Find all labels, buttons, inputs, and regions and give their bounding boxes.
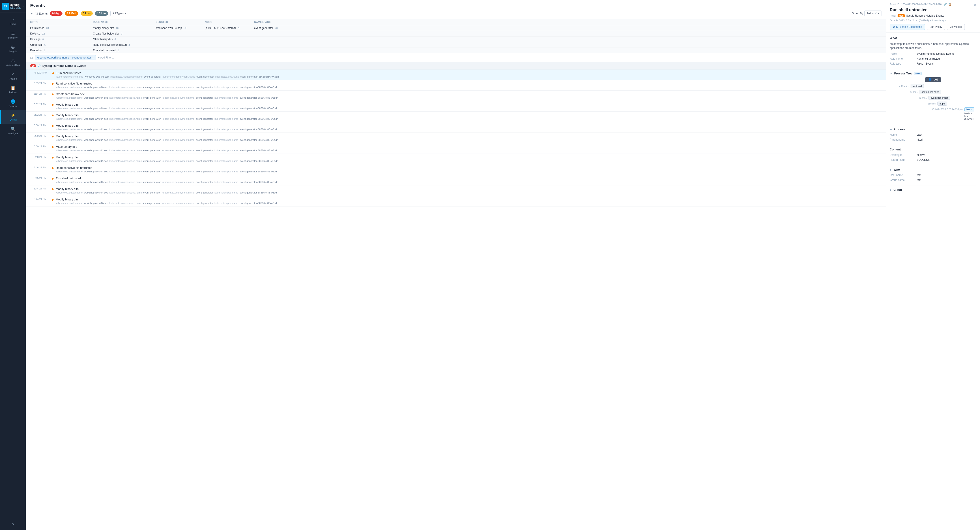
- node-time: - 43 mi...: [905, 91, 918, 93]
- section-divider: [890, 185, 977, 185]
- sidebar-item-insights[interactable]: ◎ Insights: [0, 42, 26, 55]
- process-section-header[interactable]: ▶ Process: [890, 128, 977, 131]
- process-tree-level1: - 43 mi... systemd - 43 mi... containerd…: [892, 84, 974, 121]
- high-badge[interactable]: 0 High: [50, 11, 63, 16]
- list-item[interactable]: 6:52:24 PM Modify binary dirs kubernetes…: [26, 112, 886, 122]
- filter-icon: ⊟: [30, 56, 33, 59]
- sidebar-item-events[interactable]: ⚡ Events: [0, 110, 26, 124]
- sidebar-item-label: Events: [10, 118, 17, 121]
- copy-icon[interactable]: 📋: [948, 3, 951, 6]
- event-list: 29 ⬡ Sysdig Runtime Notable Events 6:59:…: [26, 62, 886, 530]
- detail-header: Event ID: 178af611868826e0ef4a23be5bfb37…: [886, 0, 980, 33]
- field-event-type-value: execve: [916, 153, 977, 156]
- list-item[interactable]: 6:59:24 PM Read sensitive file untrusted…: [26, 80, 886, 91]
- event-name: Run shell untrusted: [56, 177, 881, 180]
- list-item[interactable]: 6:50:24 PM Modify binary dirs kubernetes…: [26, 133, 886, 143]
- process-tree-title: Process Tree: [894, 72, 912, 75]
- close-detail-button[interactable]: ✕: [973, 3, 977, 8]
- rule-count: 16: [116, 27, 118, 29]
- list-item[interactable]: 6:54:24 PM Create files below dev kubern…: [26, 91, 886, 101]
- collapse-sidebar-button[interactable]: ‹‹: [10, 520, 16, 528]
- event-content: Modify binary dirs kubernetes.cluster.na…: [56, 124, 881, 131]
- event-meta: kubernetes.cluster.name workshop-aws-04-…: [56, 160, 881, 162]
- sidebar-item-vulnerabilities[interactable]: ⚠ Vulnerabilities: [0, 55, 26, 69]
- list-item[interactable]: 6:44:24 PM Modify binary dirs kubernetes…: [26, 196, 886, 206]
- list-item[interactable]: 6:46:24 PM Read sensitive file untrusted…: [26, 164, 886, 175]
- low-badge[interactable]: 0 Low: [81, 11, 93, 16]
- events-icon: ⚡: [11, 113, 16, 118]
- sidebar-item-policies[interactable]: 📋 Policies: [0, 83, 26, 96]
- detail-panel: Event ID: 178af611868826e0ef4a23be5bfb37…: [886, 0, 980, 530]
- sidebar-item-posture[interactable]: ✓ Posture: [0, 69, 26, 83]
- events-header: Events ▼ 43 Events 0 High 28 Med 0 Low 1…: [26, 0, 886, 19]
- event-content: Run shell untrusted kubernetes.cluster.n…: [56, 177, 881, 184]
- filter-bar: ⊟ kubernetes.workload.name = event-gener…: [26, 53, 886, 62]
- event-time: 6:52:24 PM: [34, 113, 49, 116]
- list-item[interactable]: 6:50:24 PM Mkdir binary dirs kubernetes.…: [26, 143, 886, 154]
- policies-icon: 📋: [11, 85, 16, 90]
- info-badge[interactable]: 15 Info: [95, 11, 108, 16]
- section-divider: [890, 165, 977, 165]
- chevron-right-icon: ▶: [890, 128, 892, 131]
- event-time: 6:52:24 PM: [34, 103, 49, 105]
- collapse-toggle[interactable]: ▼: [30, 12, 33, 15]
- what-section: What an attempt to spawn a shell below a…: [890, 36, 977, 65]
- rule-name: Modify binary dirs: [93, 26, 114, 30]
- sidebar-bottom: ‹‹: [8, 518, 18, 530]
- severity-dot: [52, 136, 54, 137]
- table-row[interactable]: Privilege6 Mkdir binary dirs3: [26, 37, 886, 42]
- view-rule-button[interactable]: View Rule: [947, 24, 965, 30]
- who-section-header[interactable]: ▶ Who: [890, 168, 977, 171]
- field-rule-type-value: Falco - Syscall: [916, 62, 977, 65]
- list-item[interactable]: 6:59:24 PM Run shell untrusted kubernete…: [26, 70, 886, 80]
- cloud-section-header[interactable]: ▶ Cloud: [890, 188, 977, 192]
- edit-policy-button[interactable]: Edit Policy: [927, 24, 945, 30]
- severity-dot: [52, 125, 54, 127]
- remove-filter-icon[interactable]: ✕: [92, 56, 94, 59]
- clear-group-icon[interactable]: ✕: [875, 12, 877, 15]
- group-by-label: Group By: [852, 12, 863, 15]
- sidebar-item-home[interactable]: ⌂ Home: [0, 14, 26, 28]
- copy-link-icon[interactable]: 🔗: [944, 3, 947, 6]
- expand-sidebar-button[interactable]: ›: [22, 4, 24, 8]
- table-row[interactable]: Execution3 Run shell untrusted3: [26, 48, 886, 53]
- med-badge[interactable]: 28 Med: [65, 11, 78, 16]
- process-tree-level3: - 43 mi... event-generator -135 ms httpd: [905, 96, 974, 120]
- event-time: 6:54:24 PM: [34, 93, 49, 95]
- process-tree-section: ▼ Process Tree NEW 👤 root - 43 mi... sys…: [890, 72, 977, 121]
- group-by-select[interactable]: Policy ✕ ▾: [864, 11, 881, 16]
- table-row[interactable]: Persistence28 Modify binary dirs16 works…: [26, 26, 886, 31]
- add-filter-button[interactable]: + Add Filter...: [98, 56, 113, 59]
- list-item[interactable]: 6:52:24 PM Modify binary dirs kubernetes…: [26, 101, 886, 112]
- event-meta: kubernetes.cluster.name workshop-aws-04-…: [56, 75, 881, 78]
- home-icon: ⌂: [12, 17, 14, 22]
- what-section-header[interactable]: What: [890, 36, 977, 40]
- sidebar-item-inventory[interactable]: ☰ Inventory: [0, 28, 26, 42]
- table-row[interactable]: Defense22 Create files below dev3: [26, 31, 886, 37]
- list-item[interactable]: 6:44:24 PM Modify binary dirs kubernetes…: [26, 185, 886, 196]
- list-item[interactable]: 6:50:24 PM Modify binary dirs kubernetes…: [26, 122, 886, 133]
- what-description: an attempt to spawn a shell below a non-…: [890, 42, 977, 50]
- sysdig-icon: ⬡: [38, 64, 41, 67]
- list-item[interactable]: 6:48:24 PM Modify binary dirs kubernetes…: [26, 154, 886, 164]
- list-item[interactable]: 6:45:24 PM Run shell untrusted kubernete…: [26, 175, 886, 185]
- section-divider: [890, 145, 977, 145]
- detail-action-buttons: ⚙ 5 Tunable Exceptions Edit Policy View …: [890, 24, 977, 30]
- content-section-header[interactable]: Content: [890, 148, 977, 151]
- process-tree-header[interactable]: ▼ Process Tree NEW: [890, 72, 977, 75]
- process-node: httpd: [937, 102, 947, 105]
- table-row[interactable]: Credential6 Read sensitive file untruste…: [26, 42, 886, 48]
- tunable-exceptions-button[interactable]: ⚙ 5 Tunable Exceptions: [890, 24, 925, 30]
- sidebar-item-investigate[interactable]: 🔍 Investigate: [0, 124, 26, 137]
- insights-icon: ◎: [11, 45, 15, 49]
- field-event-type: Event type execve: [890, 153, 977, 156]
- sidebar-item-network[interactable]: 🌐 Network: [0, 96, 26, 110]
- active-filter-tag[interactable]: kubernetes.workload.name = event-generat…: [35, 55, 96, 60]
- severity-dot: [52, 167, 54, 169]
- mitre-name: Execution: [30, 49, 42, 52]
- severity-dot: [52, 94, 54, 95]
- process-node: systemd: [911, 84, 924, 88]
- mitre-table-header: MITRE Rule name Cluster Node Namespace: [26, 19, 886, 26]
- sidebar-item-label: Vulnerabilities: [6, 64, 20, 66]
- type-filter-select[interactable]: All Types ▾: [110, 11, 128, 16]
